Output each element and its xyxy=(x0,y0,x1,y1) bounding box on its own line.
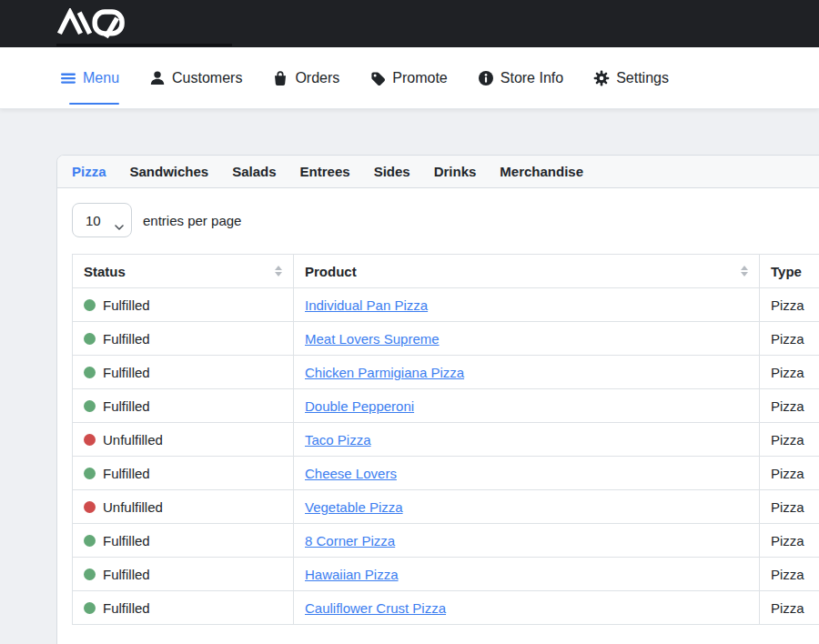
product-link[interactable]: Vegetable Pizza xyxy=(305,499,403,515)
nav-label: Promote xyxy=(392,70,447,86)
tab-sandwiches[interactable]: Sandwiches xyxy=(130,163,209,180)
products-table: Status Product Type xyxy=(72,254,819,625)
status-label: Fulfilled xyxy=(103,599,150,617)
table-row: Fulfilled Cheese Lovers Pizza xyxy=(73,457,819,490)
type-cell: Pizza xyxy=(760,490,819,524)
status-cell: Fulfilled xyxy=(73,356,294,389)
category-tabs: Pizza Sandwiches Salads Entrees Sides Dr… xyxy=(57,156,819,188)
status-cell: Fulfilled xyxy=(73,389,294,423)
nav-item-customers[interactable]: Customers xyxy=(149,47,242,108)
product-link[interactable]: Cheese Lovers xyxy=(305,466,397,481)
product-link[interactable]: Taco Pizza xyxy=(305,432,371,448)
table-row: Fulfilled Chicken Parmigiana Pizza Pizza xyxy=(73,356,819,389)
status-label: Fulfilled xyxy=(103,566,150,583)
product-link[interactable]: Cauliflower Crust Pizza xyxy=(305,600,446,616)
status-dot xyxy=(84,400,96,412)
type-cell: Pizza xyxy=(760,288,819,322)
person-icon xyxy=(149,70,166,86)
type-cell: Pizza xyxy=(760,524,819,558)
product-link[interactable]: Individual Pan Pizza xyxy=(305,297,428,313)
top-bar xyxy=(0,0,819,47)
product-link[interactable]: Double Pepperoni xyxy=(305,398,414,414)
column-header-status[interactable]: Status xyxy=(73,255,294,288)
table-row: Fulfilled Cauliflower Crust Pizza Pizza xyxy=(73,591,819,625)
nav-item-settings[interactable]: Settings xyxy=(593,47,669,108)
tab-pizza[interactable]: Pizza xyxy=(72,163,106,180)
status-dot xyxy=(84,434,96,446)
brand-logo[interactable] xyxy=(56,7,127,40)
page-size-select-wrap: 10 xyxy=(72,203,132,237)
nav-item-orders[interactable]: Orders xyxy=(272,47,339,108)
column-label: Status xyxy=(84,263,126,280)
status-dot xyxy=(84,535,96,547)
table-row: Fulfilled 8 Corner Pizza Pizza xyxy=(73,524,819,558)
status-label: Unfulfilled xyxy=(103,431,163,448)
status-dot xyxy=(84,468,96,479)
product-cell: Meat Lovers Supreme xyxy=(294,322,760,356)
tab-entrees[interactable]: Entrees xyxy=(300,163,350,180)
type-cell: Pizza xyxy=(760,356,819,389)
type-cell: Pizza xyxy=(760,558,819,591)
status-label: Unfulfilled xyxy=(103,498,163,516)
product-cell: Hawaiian Pizza xyxy=(294,558,760,591)
page-size-select[interactable]: 10 xyxy=(72,203,132,237)
product-link[interactable]: 8 Corner Pizza xyxy=(305,533,395,548)
product-link[interactable]: Hawaiian Pizza xyxy=(305,567,399,582)
status-dot xyxy=(84,501,96,513)
product-cell: Vegetable Pizza xyxy=(294,490,760,524)
sort-icon xyxy=(275,266,282,277)
status-cell: Unfulfilled xyxy=(73,490,294,524)
entries-per-page-label: entries per page xyxy=(143,213,241,228)
product-cell: Individual Pan Pizza xyxy=(294,288,760,322)
page-content: Pizza Sandwiches Salads Entrees Sides Dr… xyxy=(0,109,819,644)
product-cell: Cauliflower Crust Pizza xyxy=(294,591,760,625)
table-row: Fulfilled Hawaiian Pizza Pizza xyxy=(73,558,819,591)
status-dot xyxy=(84,367,96,378)
tab-drinks[interactable]: Drinks xyxy=(434,163,477,180)
table-row: Fulfilled Individual Pan Pizza Pizza xyxy=(73,288,819,322)
status-cell: Fulfilled xyxy=(73,591,294,625)
nav-item-promote[interactable]: Promote xyxy=(369,47,447,108)
column-label: Type xyxy=(771,263,802,280)
type-cell: Pizza xyxy=(760,457,819,490)
tab-sides[interactable]: Sides xyxy=(374,163,410,180)
status-cell: Fulfilled xyxy=(73,524,294,558)
table-row: Fulfilled Double Pepperoni Pizza xyxy=(73,389,819,423)
table-row: Unfulfilled Taco Pizza Pizza xyxy=(73,423,819,457)
type-cell: Pizza xyxy=(760,423,819,457)
nav-label: Menu xyxy=(83,70,119,86)
status-label: Fulfilled xyxy=(103,330,150,347)
column-header-type[interactable]: Type xyxy=(760,255,819,288)
status-cell: Fulfilled xyxy=(73,288,294,322)
product-cell: 8 Corner Pizza xyxy=(294,524,760,558)
product-cell: Taco Pizza xyxy=(294,423,760,457)
nav-label: Store Info xyxy=(500,70,563,86)
status-label: Fulfilled xyxy=(103,465,150,482)
column-header-product[interactable]: Product xyxy=(294,255,760,288)
nav-label: Customers xyxy=(172,70,242,86)
card-body: 10 entries per page xyxy=(57,188,819,644)
table-body: Fulfilled Individual Pan Pizza Pizza Ful… xyxy=(73,288,819,625)
logo-underline xyxy=(56,44,232,46)
table-row: Fulfilled Meat Lovers Supreme Pizza xyxy=(73,322,819,356)
status-cell: Unfulfilled xyxy=(73,423,294,457)
entries-controls: 10 entries per page xyxy=(72,203,819,237)
status-label: Fulfilled xyxy=(103,397,150,415)
menu-card: Pizza Sandwiches Salads Entrees Sides Dr… xyxy=(56,155,819,644)
type-cell: Pizza xyxy=(760,389,819,423)
product-link[interactable]: Chicken Parmigiana Pizza xyxy=(305,365,464,380)
tag-icon xyxy=(369,70,386,86)
tab-merchandise[interactable]: Merchandise xyxy=(500,163,583,180)
nav-label: Orders xyxy=(295,70,339,86)
status-label: Fulfilled xyxy=(103,297,150,314)
status-dot xyxy=(84,602,96,614)
product-link[interactable]: Meat Lovers Supreme xyxy=(305,331,440,347)
status-label: Fulfilled xyxy=(103,532,150,549)
nav-item-store-info[interactable]: Store Info xyxy=(478,47,563,108)
bag-icon xyxy=(272,70,288,86)
product-cell: Cheese Lovers xyxy=(294,457,760,490)
status-cell: Fulfilled xyxy=(73,457,294,490)
nav-item-menu[interactable]: Menu xyxy=(60,47,119,108)
tab-salads[interactable]: Salads xyxy=(232,163,276,180)
table-row: Unfulfilled Vegetable Pizza Pizza xyxy=(73,490,819,524)
